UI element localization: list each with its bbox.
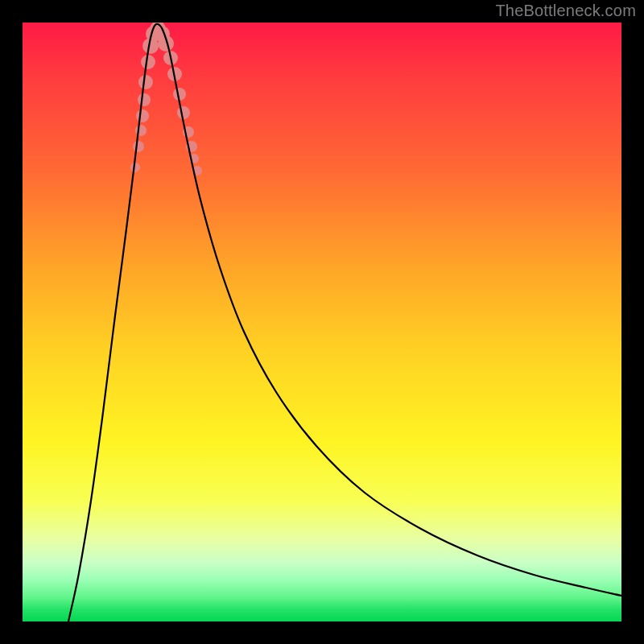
bottleneck-curve xyxy=(68,24,621,621)
plot-area xyxy=(23,23,621,621)
data-marker xyxy=(136,109,149,122)
chart-frame: TheBottleneck.com xyxy=(0,0,644,644)
data-marker xyxy=(135,125,147,136)
attribution-label: TheBottleneck.com xyxy=(495,2,636,20)
data-marker xyxy=(177,106,190,119)
data-marker xyxy=(133,141,144,152)
data-marker xyxy=(138,93,151,106)
chart-svg xyxy=(23,23,621,621)
data-marker xyxy=(138,75,153,89)
